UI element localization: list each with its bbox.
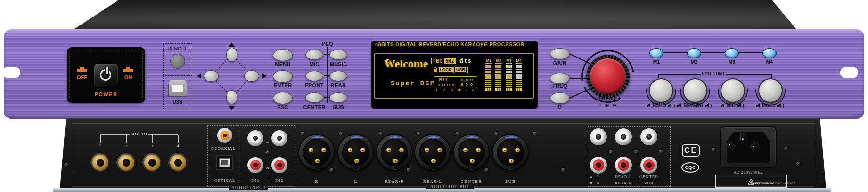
line-in-right-jack-in1 [247, 157, 264, 174]
button-esc[interactable] [273, 92, 293, 104]
display: 48BITS DIGITAL REVERB/ECHO KARAOKE PROCE… [372, 42, 537, 108]
xlr-output-sub [492, 134, 529, 171]
xlr-output-l [337, 134, 374, 171]
usb-label: USB [164, 100, 192, 105]
optical-input-port [216, 155, 233, 170]
xlr-pin [463, 148, 468, 152]
dpad-up-button[interactable] [226, 48, 237, 62]
line-in-label-in1: IN1 [246, 178, 265, 183]
peq-button-sub[interactable] [329, 92, 347, 103]
micin-number: 3 [147, 144, 157, 148]
xlr-pin [348, 148, 352, 152]
meter-label-m4: M4 [516, 58, 522, 64]
screw [378, 131, 383, 136]
rca-output-label-l: L [584, 175, 613, 179]
peq-title: PEQ [320, 41, 335, 47]
xlr-output-r [298, 134, 335, 171]
dpad-right-button[interactable] [244, 70, 259, 82]
xlr-pin [437, 148, 442, 152]
xlr-pin [309, 148, 313, 152]
remote-label: REMOTE [164, 46, 192, 51]
meter-base-m3 [506, 88, 512, 91]
rca-output-jack-center [640, 128, 658, 146]
button-gain[interactable] [550, 48, 570, 59]
memory-led-label-m2: M2 [685, 59, 704, 65]
jack-hole [97, 159, 104, 167]
volume-knob-reverb[interactable] [683, 78, 707, 103]
speaker-icon [647, 103, 651, 108]
xlr-blue-arc [349, 136, 364, 142]
peq-button-front[interactable] [305, 71, 323, 81]
xlr-pin [431, 159, 436, 163]
line-in-right-jack-in2 [271, 157, 288, 174]
peq-button-mic[interactable] [305, 50, 323, 60]
peq-button-label-music: MUSIC [325, 61, 352, 67]
switch-on-icon [123, 69, 133, 72]
audio-input-title: AUDIO INPUT [229, 185, 268, 190]
peq-button-center[interactable] [305, 92, 323, 103]
usb-port-inner [172, 85, 184, 92]
screw [634, 150, 639, 155]
micin-number: 2 [122, 144, 131, 148]
volume-knob-music[interactable] [758, 78, 783, 103]
xlr-output-label-rear-l: REAR-L [414, 179, 451, 184]
button-label-enter: ENTER [269, 83, 297, 88]
rca-output-jack-l [590, 128, 607, 146]
volume-knob-echo[interactable] [649, 78, 673, 103]
peq-button-music[interactable] [329, 50, 347, 60]
volume-knob-mic[interactable] [721, 78, 745, 103]
rca-hole [621, 134, 626, 140]
rca-hole [646, 162, 652, 168]
screw [711, 147, 716, 152]
button-freq[interactable] [550, 73, 570, 84]
dpad-down-button[interactable] [226, 90, 237, 104]
xlr-notch [509, 167, 513, 170]
peq-tick [324, 75, 327, 76]
meter-label-m1: M1 [485, 58, 492, 64]
power-button[interactable] [94, 63, 118, 88]
xlr-notch [432, 167, 435, 170]
xlr-pin [470, 159, 475, 163]
svg-text:!: ! [750, 180, 752, 184]
remote-ir-sensor [170, 54, 185, 69]
dpad-left-button[interactable] [204, 70, 219, 82]
xlr-pin [502, 148, 507, 152]
gfq-knob[interactable] [590, 58, 626, 94]
button-label-freq: FREQ [546, 83, 574, 89]
screw [795, 161, 801, 167]
rack-ear-hole [2, 67, 20, 78]
button-q[interactable] [550, 92, 570, 104]
button-label-gain: GAIN [546, 60, 574, 66]
volume-knob-name: ECHO [653, 103, 666, 108]
xlr-notch [316, 167, 319, 170]
screw [300, 131, 305, 136]
xlr-blue-arc [465, 136, 480, 142]
rca-output-jack-rear-r [614, 156, 632, 174]
line-in-left-jack-in1 [247, 130, 264, 147]
xlr-output-label-r: R [298, 179, 336, 184]
rca-hole [646, 134, 652, 140]
xlr-blue-arc [310, 136, 325, 142]
peq-button-rear[interactable] [329, 71, 347, 81]
mic-input-jack-4 [168, 152, 188, 173]
screw [329, 167, 334, 173]
volume-knob-name: REVERB [683, 103, 703, 108]
meter-gray-segments [506, 65, 512, 75]
power-on-label: ON [120, 75, 137, 80]
caution-box: ϟ CAUTION RISK OF ELECTRIC SHOCK DONOT O… [715, 175, 787, 188]
meter-bars-m4 [516, 65, 522, 87]
cqc-mark: CQC [681, 162, 699, 173]
meter-base-m2 [495, 88, 501, 91]
memory-led-m3 [725, 48, 739, 58]
arrow-down-icon [229, 106, 235, 110]
xlr-pin [509, 159, 514, 163]
button-enter[interactable] [273, 70, 293, 83]
optical-port-window [221, 160, 228, 165]
xlr-pin [393, 159, 398, 163]
arrow-left-icon [197, 73, 201, 79]
jack-hole [148, 159, 156, 167]
meter-bars-m3 [506, 65, 512, 87]
button-label-esc: ESC [269, 104, 297, 110]
xlr-pin [515, 148, 520, 152]
button-menu[interactable] [273, 49, 293, 61]
